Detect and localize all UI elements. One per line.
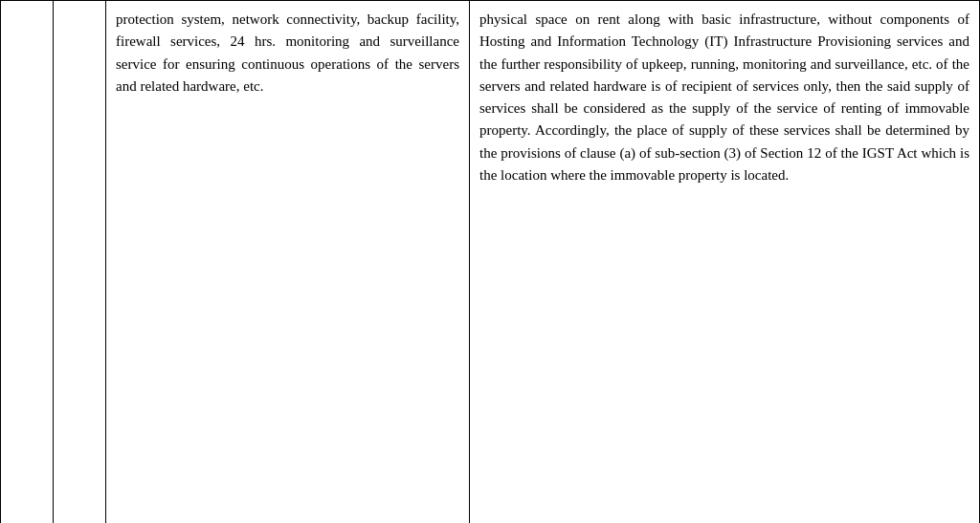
sub-col-right <box>54 1 106 523</box>
col-middle-text: protection system, network connectivity,… <box>116 9 459 98</box>
col-left-first <box>1 1 106 524</box>
inner-left-table <box>1 1 105 523</box>
col-right-content: physical space on rent along with basic … <box>470 1 979 194</box>
table-wrapper: protection system, network connectivity,… <box>0 0 980 523</box>
col-right-text: physical space on rent along with basic … <box>479 9 969 186</box>
sub-col-left <box>1 1 54 523</box>
col-middle: protection system, network connectivity,… <box>106 1 470 524</box>
main-table: protection system, network connectivity,… <box>0 0 980 523</box>
col-middle-content: protection system, network connectivity,… <box>106 1 469 105</box>
col-right: physical space on rent along with basic … <box>470 1 980 524</box>
